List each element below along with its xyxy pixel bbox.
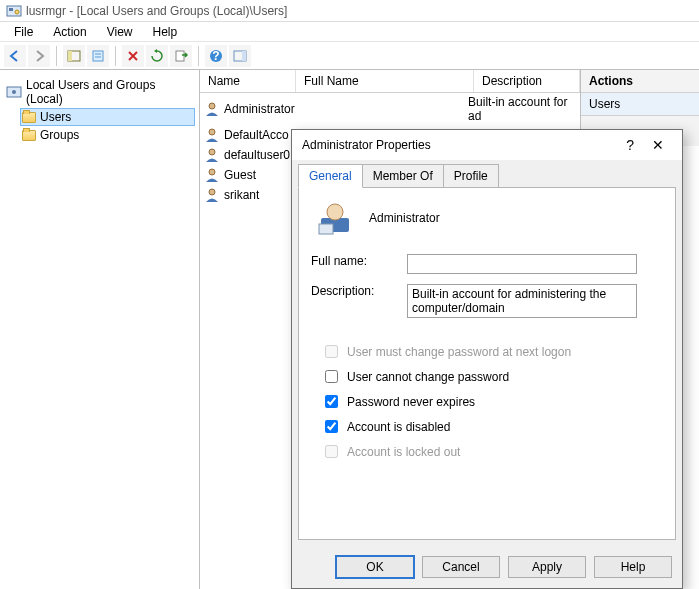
menu-view[interactable]: View [97,23,143,41]
refresh-button[interactable] [146,45,168,67]
tree-users[interactable]: Users [20,108,195,126]
tree-label: Groups [40,128,79,142]
svg-rect-12 [242,51,246,61]
app-icon [6,3,22,19]
fullname-field[interactable] [407,254,637,274]
tree-pane[interactable]: Local Users and Groups (Local) Users Gro… [0,70,200,589]
tree-groups[interactable]: Groups [20,126,195,144]
fullname-label: Full name: [311,254,407,268]
menu-bar: File Action View Help [0,22,699,42]
check-disabled-box[interactable] [325,420,338,433]
folder-icon [22,112,36,123]
cell-description: Built-in account for ad [468,95,576,123]
table-row[interactable]: Administrator Built-in account for ad [200,93,580,125]
check-never-expires-box[interactable] [325,395,338,408]
svg-point-16 [209,129,215,135]
tab-general[interactable]: General [298,164,363,188]
svg-text:?: ? [212,49,219,63]
tree-root[interactable]: Local Users and Groups (Local) [4,76,195,108]
user-icon [204,187,220,203]
list-header: Name Full Name Description [200,70,580,93]
check-label: Password never expires [347,395,475,409]
cell-name: srikant [224,188,300,202]
back-button[interactable] [4,45,26,67]
col-name[interactable]: Name [200,70,296,92]
app-title: lusrmgr - [Local Users and Groups (Local… [26,4,287,18]
svg-point-17 [209,149,215,155]
forward-button[interactable] [28,45,50,67]
check-label: Account is disabled [347,420,450,434]
svg-rect-4 [68,51,72,61]
tab-body-general: Administrator Full name: Description: Us… [298,187,676,540]
cancel-button[interactable]: Cancel [422,556,500,578]
show-hide-action-pane-button[interactable] [229,45,251,67]
dialog-tabs: General Member Of Profile [292,160,682,188]
check-cannot-change-box[interactable] [325,370,338,383]
mmc-icon [6,84,22,100]
dialog-help-button[interactable]: ? [616,137,644,153]
tree-label: Users [40,110,71,124]
check-label: User must change password at next logon [347,345,571,359]
svg-rect-22 [319,224,333,234]
delete-button[interactable] [122,45,144,67]
check-label: User cannot change password [347,370,509,384]
help-button[interactable]: Help [594,556,672,578]
check-disabled[interactable]: Account is disabled [321,417,663,436]
svg-point-21 [327,204,343,220]
menu-action[interactable]: Action [43,23,96,41]
check-locked-box [325,445,338,458]
dialog-title: Administrator Properties [302,138,616,152]
svg-point-19 [209,189,215,195]
description-field[interactable] [407,284,637,318]
col-description[interactable]: Description [474,70,580,92]
apply-button[interactable]: Apply [508,556,586,578]
user-icon [204,147,220,163]
svg-rect-5 [93,51,103,61]
cell-name: DefaultAcco [224,128,300,142]
svg-point-15 [209,103,215,109]
svg-point-14 [12,90,16,94]
actions-title: Actions [581,70,699,93]
folder-icon [22,130,36,141]
svg-point-18 [209,169,215,175]
separator [56,46,57,66]
description-label: Description: [311,284,407,298]
dialog-titlebar: Administrator Properties ? ✕ [292,130,682,160]
help-button[interactable]: ? [205,45,227,67]
show-hide-tree-button[interactable] [63,45,85,67]
dialog-buttons: OK Cancel Apply Help [292,546,682,588]
user-icon [204,127,220,143]
check-must-change-box [325,345,338,358]
cell-name: defaultuser0 [224,148,300,162]
tab-member-of[interactable]: Member Of [362,164,444,188]
check-never-expires[interactable]: Password never expires [321,392,663,411]
menu-help[interactable]: Help [143,23,188,41]
ok-button[interactable]: OK [336,556,414,578]
actions-section[interactable]: Users [581,93,699,116]
tree-label: Local Users and Groups (Local) [26,78,193,106]
username-label: Administrator [369,211,440,225]
title-bar: lusrmgr - [Local Users and Groups (Local… [0,0,699,22]
user-icon [204,167,220,183]
check-must-change: User must change password at next logon [321,342,663,361]
svg-point-2 [15,10,19,14]
cell-name: Administrator [224,102,295,116]
check-locked: Account is locked out [321,442,663,461]
properties-dialog: Administrator Properties ? ✕ General Mem… [291,129,683,589]
user-icon [204,101,220,117]
check-label: Account is locked out [347,445,460,459]
svg-rect-8 [176,51,184,61]
cell-name: Guest [224,168,300,182]
properties-button[interactable] [87,45,109,67]
dialog-close-button[interactable]: ✕ [644,137,672,153]
export-button[interactable] [170,45,192,67]
tab-profile[interactable]: Profile [443,164,499,188]
user-icon [317,200,353,236]
separator [115,46,116,66]
check-cannot-change[interactable]: User cannot change password [321,367,663,386]
separator [198,46,199,66]
col-fullname[interactable]: Full Name [296,70,474,92]
toolbar: ? [0,42,699,70]
menu-file[interactable]: File [4,23,43,41]
svg-rect-1 [9,8,13,11]
